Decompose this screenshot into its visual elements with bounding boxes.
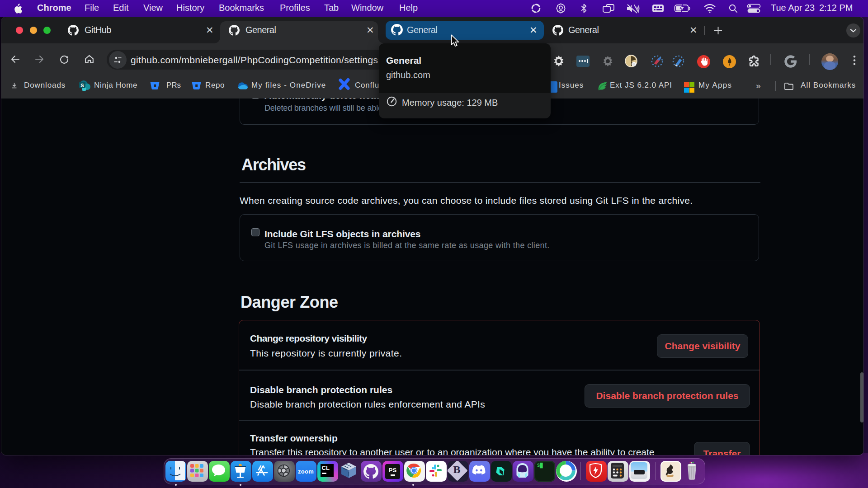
- svg-text:S: S: [80, 83, 84, 88]
